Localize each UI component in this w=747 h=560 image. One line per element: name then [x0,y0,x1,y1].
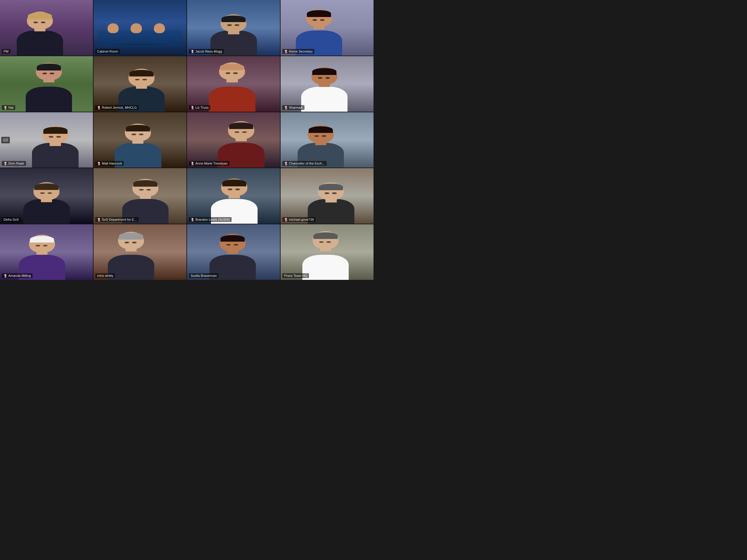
tile-label-text-amanda: Amanda Milling [8,274,31,277]
mic-muted-icon [191,218,194,221]
mic-muted-icon [97,218,101,221]
mic-muted-icon [4,162,7,165]
tile-label-home: Home Secretary [282,49,314,54]
video-tile-anne[interactable]: Anne-Marie Trevelyan [187,112,280,168]
tile-label-text-whitty: chris whitty [97,274,113,277]
tile-label-suella: Suella Braverman [189,273,218,278]
tile-label-chancellor: Chancellor of the Exch... [282,161,327,166]
video-tile-pm[interactable]: PM [0,0,93,56]
tile-label-text-liz: Liz Truss [196,106,209,109]
tile-label-robert: Robert Jenrick, MHCLG [95,105,139,110]
video-tile-brandon[interactable]: Brandon Lewis (SoSNI) [187,168,280,224]
video-tile-robert[interactable]: Robert Jenrick, MHCLG [94,56,186,112]
mic-muted-icon [4,106,7,109]
tile-label-text-jacob: Jacob Rees-Mogg [196,50,222,53]
video-tile-nat[interactable]: Nat [0,56,93,112]
tile-label-cabinet: Cabinet Room [95,49,120,54]
tile-label-dom: Dom Raab [2,161,26,166]
video-tile-whitty[interactable]: chris whitty [94,224,186,280]
mic-muted-icon [4,274,7,277]
tile-label-anne: Anne-Marie Trevelyan [189,161,230,166]
tile-grid: PM Cabinet Room [0,0,374,280]
tile-label-jacob: Jacob Rees-Mogg [189,49,224,54]
tile-label-gove: michael.gove739 [282,217,315,222]
tile-label-text-sharma: SharmaA [289,106,303,109]
tile-label-amanda: Amanda Milling [2,273,32,278]
tile-label-text-matt: Matt Hancock [102,162,122,165]
video-tile-chancellor[interactable]: Chancellor of the Exch... [281,112,374,168]
tile-label-sharma: SharmaA [282,105,305,110]
mic-muted-icon [97,162,101,165]
tile-label-matt: Matt Hancock [95,161,124,166]
tile-label-nat: Nat [2,105,15,110]
tile-label-whitty: chris whitty [95,273,115,278]
video-tile-home[interactable]: Home Secretary [281,0,374,56]
tile-label-text-suella: Suella Braverman [191,274,216,277]
video-tile-cabinet[interactable]: Cabinet Room [94,0,186,56]
tile-label-text-nat: Nat [8,106,14,109]
tile-label-pm: PM [2,49,10,54]
video-tile-press[interactable]: Press Team HQ [281,224,374,280]
video-tile-sos[interactable]: SoS Department for E... [94,168,186,224]
tile-label-text-defra: Defra SoS [4,218,19,221]
video-tile-suella[interactable]: Suella Braverman [187,224,280,280]
tile-label-text-home: Home Secretary [289,50,313,53]
video-tile-matt[interactable]: Matt Hancock [94,112,186,168]
video-tile-dom[interactable]: Dom Raab [0,112,93,168]
mic-muted-icon [97,106,101,109]
tile-label-liz: Liz Truss [189,105,210,110]
mic-muted-icon [284,106,288,109]
mic-muted-icon [284,218,288,221]
tile-label-text-anne: Anne-Marie Trevelyan [196,162,228,165]
video-tile-jacob[interactable]: Jacob Rees-Mogg [187,0,280,56]
mic-muted-icon [284,50,288,53]
tile-label-text-dom: Dom Raab [8,162,24,165]
video-tile-gove[interactable]: michael.gove739 [281,168,374,224]
tile-label-sos: SoS Department for E... [95,217,139,222]
tile-label-text-brandon: Brandon Lewis (SoSNI) [196,218,230,221]
tile-label-text-cabinet: Cabinet Room [97,50,118,53]
tile-label-text-sos: SoS Department for E... [102,218,137,221]
tile-label-text-pm: PM [4,50,9,53]
tile-label-text-robert: Robert Jenrick, MHCLG [102,106,137,109]
tile-label-text-press: Press Team HQ [284,274,307,277]
tile-label-defra: Defra SoS [2,217,21,222]
video-tile-liz[interactable]: Liz Truss [187,56,280,112]
tile-label-text-chancellor: Chancellor of the Exch... [289,162,325,165]
tile-label-press: Press Team HQ [282,273,309,278]
video-tile-sharma[interactable]: SharmaA [281,56,374,112]
mic-muted-icon [191,106,194,109]
mic-muted-icon [191,162,194,165]
video-tile-defra[interactable]: 🔇Mute↖ Defra SoS [0,168,93,224]
video-conference-grid: PM Cabinet Room [0,0,374,280]
tile-label-brandon: Brandon Lewis (SoSNI) [189,217,232,222]
video-tile-amanda[interactable]: Amanda Milling [0,224,93,280]
mic-muted-icon [191,50,194,53]
tile-label-text-gove: michael.gove739 [289,218,314,221]
page-indicator: 1/2 [1,137,10,143]
mic-muted-icon [284,162,288,165]
